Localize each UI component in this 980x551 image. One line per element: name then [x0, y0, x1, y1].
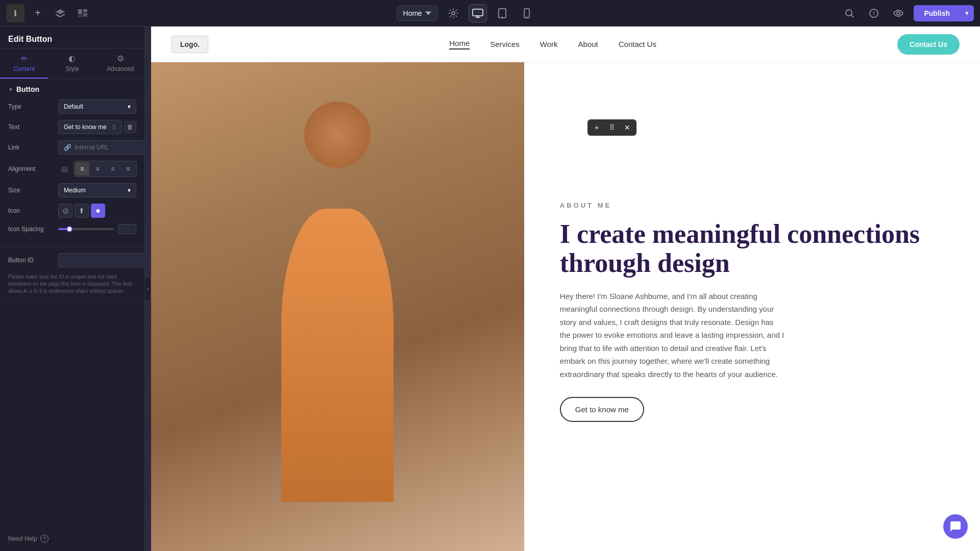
advanced-tab-icon: ⚙	[117, 54, 124, 63]
nav-link-about[interactable]: About	[578, 40, 598, 48]
icon-spacing-control	[58, 224, 136, 234]
nav-link-contact[interactable]: Contact Us	[619, 40, 656, 48]
chat-bubble[interactable]	[943, 514, 968, 539]
panel-title: Edit Button	[0, 27, 144, 48]
slider-value-input[interactable]	[118, 224, 136, 234]
text-input[interactable]: Get to know me ⇅	[58, 120, 122, 134]
content-tab-label: Content	[13, 65, 35, 72]
svg-text:?: ?	[873, 10, 875, 16]
align-helper-icon: ▤	[58, 163, 70, 175]
add-element-button[interactable]: +	[29, 4, 47, 22]
svg-point-1	[14, 12, 16, 14]
svg-rect-4	[83, 9, 87, 12]
text-control: Get to know me ⇅ 🗑	[58, 120, 136, 134]
link-text-field[interactable]	[75, 144, 145, 151]
slider-thumb[interactable]	[66, 226, 72, 232]
icon-upload-button[interactable]: ⬆	[75, 204, 89, 218]
size-select[interactable]: Medium ▾	[58, 183, 136, 197]
panel-collapse-button[interactable]: ‹	[145, 277, 151, 301]
website-preview: Logo. Home Services Work About Contact U…	[151, 27, 980, 551]
desktop-view-button[interactable]	[469, 4, 487, 22]
button-id-row: Button ID 🗑	[8, 253, 136, 267]
align-right-button[interactable]: ≡	[106, 162, 120, 176]
alignment-control: ▤ ≡ ≡ ≡ ≡	[58, 161, 137, 177]
need-help[interactable]: Need Help ?	[0, 527, 144, 551]
topbar: + Home	[0, 0, 980, 27]
slider-track	[58, 228, 114, 230]
nav-cta-button[interactable]: Contact Us	[897, 34, 960, 55]
nav-link-work[interactable]: Work	[540, 40, 558, 48]
icon-spacing-row: Icon Spacing	[8, 224, 136, 234]
align-left-button[interactable]: ≡	[75, 162, 89, 176]
link-label: Link	[8, 144, 54, 151]
link-icon: 🔗	[64, 144, 71, 151]
icon-none-button[interactable]: ⊘	[58, 204, 72, 218]
svg-point-10	[502, 16, 503, 17]
button-id-section: Button ID 🗑 Please make sure the ID is u…	[0, 247, 144, 302]
link-row: Link 🔗 ✕ ⚙	[8, 140, 136, 155]
icon-label: Icon	[8, 207, 54, 214]
tab-advanced[interactable]: ⚙ Advanced	[96, 48, 144, 79]
size-label: Size	[8, 187, 54, 194]
search-button[interactable]	[840, 4, 859, 22]
element-add-button[interactable]: +	[591, 121, 603, 134]
type-select[interactable]: Default ▾	[58, 99, 136, 114]
alignment-row: Alignment ▤ ≡ ≡ ≡ ≡	[8, 161, 136, 177]
mobile-view-button[interactable]	[518, 4, 536, 22]
tab-style[interactable]: ◐ Style	[48, 48, 96, 79]
link-input[interactable]: 🔗	[58, 140, 145, 155]
style-tab-label: Style	[65, 65, 79, 72]
type-control: Default ▾	[58, 99, 136, 114]
advanced-tab-label: Advanced	[107, 65, 134, 72]
icon-spacing-label: Icon Spacing	[8, 226, 54, 233]
icon-spacing-slider[interactable]	[58, 224, 136, 234]
hero-cta-button[interactable]: Get to know me	[560, 397, 644, 422]
size-control: Medium ▾	[58, 183, 136, 197]
topbar-left: +	[6, 4, 92, 22]
main-layout: Edit Button ✏ Content ◐ Style ⚙ Advanced…	[0, 27, 980, 551]
size-row: Size Medium ▾	[8, 183, 136, 197]
button-section-label: Button	[16, 85, 39, 93]
left-panel: Edit Button ✏ Content ◐ Style ⚙ Advanced…	[0, 27, 145, 551]
help-button[interactable]: ?	[865, 4, 883, 22]
publish-button[interactable]: Publish	[914, 5, 960, 21]
topbar-center: Home	[96, 4, 836, 22]
nav-link-home[interactable]: Home	[449, 39, 470, 49]
svg-point-2	[14, 14, 16, 16]
tablet-view-button[interactable]	[493, 4, 511, 22]
preview-hero: ABOUT ME I create meaningful connections…	[151, 62, 980, 551]
section-collapse-icon: ▼	[8, 87, 13, 92]
icon-select-button[interactable]: ●	[91, 204, 105, 218]
button-id-label: Button ID	[8, 257, 54, 264]
nav-link-services[interactable]: Services	[490, 40, 520, 48]
content-tab-icon: ✏	[21, 54, 28, 63]
text-delete-button[interactable]: 🗑	[124, 121, 136, 133]
button-id-control: 🗑	[58, 253, 145, 267]
preview-logo[interactable]: Logo.	[172, 36, 208, 53]
page-selector[interactable]: Home	[397, 6, 438, 21]
help-circle-icon: ?	[40, 535, 48, 543]
text-row: Text Get to know me ⇅ 🗑	[8, 120, 136, 134]
button-section-header[interactable]: ▼ Button	[8, 85, 136, 93]
type-label: Type	[8, 103, 54, 110]
text-value: Get to know me	[64, 123, 107, 131]
settings-button[interactable]	[444, 4, 462, 22]
hero-description: Hey there! I'm Sloane Ashburne, and I'm …	[560, 290, 785, 381]
align-center-button[interactable]: ≡	[90, 162, 105, 176]
svg-point-12	[526, 16, 527, 17]
preview-button[interactable]	[889, 4, 908, 22]
element-drag-button[interactable]: ⠿	[606, 121, 618, 134]
element-delete-button[interactable]: ✕	[621, 121, 633, 134]
svg-rect-5	[83, 13, 87, 15]
svg-point-16	[897, 12, 900, 15]
hamburger-menu-icon[interactable]	[6, 4, 24, 22]
type-value: Default	[64, 103, 83, 110]
hero-image	[151, 62, 524, 551]
tab-content[interactable]: ✏ Content	[0, 48, 48, 79]
layers-button[interactable]	[51, 4, 69, 22]
button-id-input[interactable]	[58, 253, 145, 267]
pages-button[interactable]	[74, 4, 92, 22]
align-justify-button[interactable]: ≡	[121, 162, 135, 176]
publish-dropdown-button[interactable]: ▾	[960, 5, 974, 21]
publish-group[interactable]: Publish ▾	[914, 5, 974, 21]
